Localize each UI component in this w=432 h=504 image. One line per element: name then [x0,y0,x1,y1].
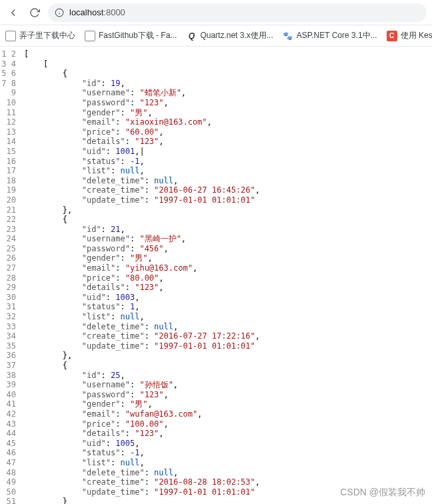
watermark-text: CSDN @假装我不帅 [340,487,425,499]
bookmark-item[interactable]: 🐾ASP.NET Core 3.1中... [283,30,377,41]
paw-icon: 🐾 [283,31,293,41]
bookmark-label: FastGithub下载 - Fa... [99,30,177,41]
back-button[interactable] [5,5,21,21]
address-bar[interactable]: localhost:8000 [48,3,427,22]
bookmark-label: Quartz.net 3.x使用... [200,30,273,41]
c-icon: C [387,31,397,41]
bookmark-item[interactable]: C使用 Kes [387,30,432,41]
bookmark-item[interactable]: FastGithub下载 - Fa... [85,30,177,41]
bookmark-label: 使用 Kes [401,30,432,41]
bookmarks-bar: 弄子里下载中心 FastGithub下载 - Fa... QQuartz.net… [0,25,432,47]
url-text: localhost:8000 [69,7,125,17]
quartz-icon: Q [186,31,197,41]
json-content[interactable]: [ [ { "id": 19, "username": "蜡笔小新", "pas… [20,47,432,504]
line-number-gutter: 1 2 3 4 5 6 7 8 9 10 11 12 13 14 15 16 1… [0,47,20,504]
bookmark-label: ASP.NET Core 3.1中... [297,30,377,41]
bookmark-item[interactable]: 弄子里下载中心 [5,30,75,41]
info-icon [55,8,64,17]
bookmark-label: 弄子里下载中心 [19,30,75,41]
page-icon [5,31,16,41]
browser-toolbar: localhost:8000 [0,0,432,25]
json-viewer: 1 2 3 4 5 6 7 8 9 10 11 12 13 14 15 16 1… [0,47,432,504]
page-icon [85,31,95,41]
reload-button[interactable] [27,5,43,21]
bookmark-item[interactable]: QQuartz.net 3.x使用... [186,30,273,41]
